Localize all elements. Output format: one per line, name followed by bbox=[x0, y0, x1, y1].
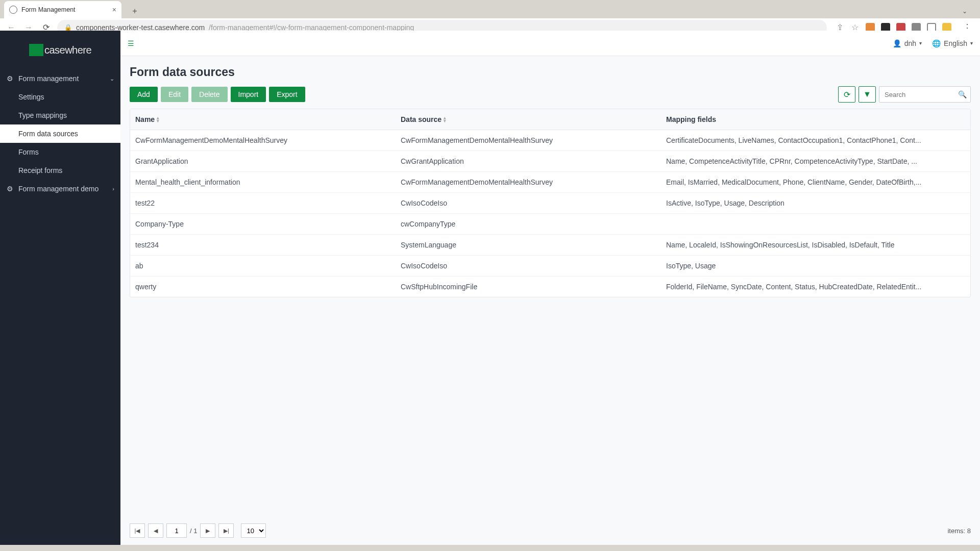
tab-title: Form Management bbox=[21, 6, 76, 13]
import-button[interactable]: Import bbox=[231, 87, 266, 102]
main: ☰ 👤 dnh ▾ 🌐 English ▾ Form data sources … bbox=[120, 31, 980, 545]
cell-data-source: SystemLanguage bbox=[396, 235, 661, 255]
close-icon[interactable]: × bbox=[112, 6, 116, 14]
sort-icon: ▴▾ bbox=[157, 116, 159, 122]
lock-icon: 🔒 bbox=[64, 24, 72, 31]
table-body: CwFormManagementDemoMentalHealthSurveyCw… bbox=[130, 130, 970, 297]
table-row[interactable]: test22CwIsoCodeIsoIsActive, IsoType, Usa… bbox=[130, 193, 970, 214]
refresh-button[interactable]: ⟳ bbox=[838, 86, 855, 103]
new-tab-button[interactable]: + bbox=[128, 4, 142, 18]
gear-icon: ⚙ bbox=[6, 75, 13, 82]
items-count: items: 8 bbox=[947, 527, 971, 535]
cell-name: Mental_health_client_information bbox=[130, 172, 396, 192]
cell-mapping-fields: IsoType, Usage bbox=[661, 256, 970, 276]
edit-button: Edit bbox=[161, 87, 188, 102]
filter-button[interactable]: ▼ bbox=[859, 86, 876, 103]
search-icon[interactable]: 🔍 bbox=[958, 90, 967, 98]
table-row[interactable]: test234SystemLanguageName, LocaleId, IsS… bbox=[130, 235, 970, 256]
pager: |◀ ◀ / 1 ▶ ▶| 10 items: 8 bbox=[130, 518, 971, 545]
pager-prev-button[interactable]: ◀ bbox=[148, 523, 163, 538]
column-label: Data source bbox=[401, 115, 442, 123]
sidebar-item-label: Receipt forms bbox=[18, 166, 62, 174]
cell-name: qwerty bbox=[130, 277, 396, 297]
sidebar-item-label: Type mappings bbox=[18, 111, 67, 119]
app: casewhere ⚙ Form management ⌄ Settings T… bbox=[0, 31, 980, 545]
column-header-data-source[interactable]: Data source ▴▾ bbox=[396, 109, 661, 130]
user-menu[interactable]: 👤 dnh ▾ bbox=[893, 39, 922, 47]
pager-last-button[interactable]: ▶| bbox=[218, 523, 234, 538]
pager-size-select[interactable]: 10 bbox=[241, 523, 266, 538]
sidebar-item-form-data-sources[interactable]: Form data sources bbox=[0, 124, 120, 143]
table-row[interactable]: abCwIsoCodeIsoIsoType, Usage bbox=[130, 256, 970, 277]
cell-name: test234 bbox=[130, 235, 396, 255]
chevron-down-icon: ▾ bbox=[970, 40, 973, 46]
sidebar: casewhere ⚙ Form management ⌄ Settings T… bbox=[0, 31, 120, 545]
sidebar-group-form-management-demo[interactable]: ⚙ Form management demo › bbox=[0, 180, 120, 198]
search-input[interactable] bbox=[879, 86, 971, 103]
cell-data-source: CwSftpHubIncomingFile bbox=[396, 277, 661, 297]
sidebar-item-forms[interactable]: Forms bbox=[0, 143, 120, 161]
browser-chrome: Form Management × + ⌄ ← → ⟳ 🔒 components… bbox=[0, 0, 980, 31]
content: Form data sources Add Edit Delete Import… bbox=[120, 56, 980, 545]
pager-first-button[interactable]: |◀ bbox=[130, 523, 145, 538]
language-menu[interactable]: 🌐 English ▾ bbox=[932, 39, 973, 47]
column-header-name[interactable]: Name ▴▾ bbox=[130, 109, 396, 130]
add-button[interactable]: Add bbox=[130, 87, 158, 102]
topbar: ☰ 👤 dnh ▾ 🌐 English ▾ bbox=[120, 31, 980, 56]
sidebar-item-label: Form data sources bbox=[18, 130, 78, 138]
cell-name: ab bbox=[130, 256, 396, 276]
user-icon: 👤 bbox=[893, 39, 901, 47]
delete-button: Delete bbox=[191, 87, 227, 102]
toolbar-right: ⟳ ▼ 🔍 bbox=[838, 86, 971, 103]
search-wrap: 🔍 bbox=[879, 86, 971, 103]
sidebar-item-type-mappings[interactable]: Type mappings bbox=[0, 106, 120, 124]
pager-next-button[interactable]: ▶ bbox=[200, 523, 215, 538]
table-row[interactable]: CwFormManagementDemoMentalHealthSurveyCw… bbox=[130, 130, 970, 151]
logo: casewhere bbox=[0, 31, 120, 69]
sidebar-group-form-management[interactable]: ⚙ Form management ⌄ bbox=[0, 69, 120, 88]
logo-icon bbox=[29, 44, 43, 56]
tabs-dropdown-icon[interactable]: ⌄ bbox=[958, 4, 972, 18]
pager-of-label: / 1 bbox=[190, 527, 197, 535]
cell-mapping-fields bbox=[661, 214, 970, 234]
cell-name: Company-Type bbox=[130, 214, 396, 234]
page-title: Form data sources bbox=[130, 65, 971, 79]
table-row[interactable]: Company-TypecwCompanyType bbox=[130, 214, 970, 235]
pager-page-input[interactable] bbox=[166, 523, 187, 538]
export-button[interactable]: Export bbox=[269, 87, 305, 102]
table-row[interactable]: qwertyCwSftpHubIncomingFileFolderId, Fil… bbox=[130, 277, 970, 297]
cell-data-source: CwIsoCodeIso bbox=[396, 256, 661, 276]
sidebar-item-settings[interactable]: Settings bbox=[0, 88, 120, 106]
sidebar-group-label: Form management demo bbox=[18, 185, 99, 193]
gear-icon: ⚙ bbox=[6, 185, 13, 192]
table-row[interactable]: Mental_health_client_informationCwFormMa… bbox=[130, 172, 970, 193]
cell-mapping-fields: CertificateDocuments, LiveNames, Contact… bbox=[661, 130, 970, 151]
table-header: Name ▴▾ Data source ▴▾ Mapping fields bbox=[130, 109, 970, 130]
cell-mapping-fields: IsActive, IsoType, Usage, Description bbox=[661, 193, 970, 213]
column-label: Mapping fields bbox=[666, 115, 716, 123]
cell-data-source: CwGrantApplication bbox=[396, 151, 661, 171]
sidebar-item-label: Forms bbox=[18, 148, 39, 156]
tab-strip: Form Management × + ⌄ bbox=[0, 0, 980, 18]
column-label: Name bbox=[135, 115, 155, 123]
topbar-right: 👤 dnh ▾ 🌐 English ▾ bbox=[893, 39, 973, 47]
cell-data-source: CwFormManagementDemoMentalHealthSurvey bbox=[396, 172, 661, 192]
sidebar-group-label: Form management bbox=[18, 74, 79, 83]
data-table: Name ▴▾ Data source ▴▾ Mapping fields Cw… bbox=[130, 109, 971, 297]
column-header-mapping-fields[interactable]: Mapping fields bbox=[661, 109, 970, 130]
cell-name: GrantApplication bbox=[130, 151, 396, 171]
browser-tab[interactable]: Form Management × bbox=[4, 1, 121, 18]
sidebar-item-label: Settings bbox=[18, 93, 44, 101]
cell-name: CwFormManagementDemoMentalHealthSurvey bbox=[130, 130, 396, 151]
cell-mapping-fields: FolderId, FileName, SyncDate, Content, S… bbox=[661, 277, 970, 297]
chevron-down-icon: ▾ bbox=[919, 40, 922, 46]
language-label: English bbox=[944, 39, 967, 47]
user-name: dnh bbox=[904, 39, 916, 47]
table-row[interactable]: GrantApplicationCwGrantApplicationName, … bbox=[130, 151, 970, 172]
sort-icon: ▴▾ bbox=[444, 116, 446, 122]
cell-data-source: CwIsoCodeIso bbox=[396, 193, 661, 213]
toolbar: Add Edit Delete Import Export ⟳ ▼ 🔍 bbox=[130, 86, 971, 103]
sidebar-item-receipt-forms[interactable]: Receipt forms bbox=[0, 161, 120, 180]
hamburger-icon[interactable]: ☰ bbox=[128, 39, 138, 47]
chevron-down-icon: ⌄ bbox=[110, 76, 114, 82]
